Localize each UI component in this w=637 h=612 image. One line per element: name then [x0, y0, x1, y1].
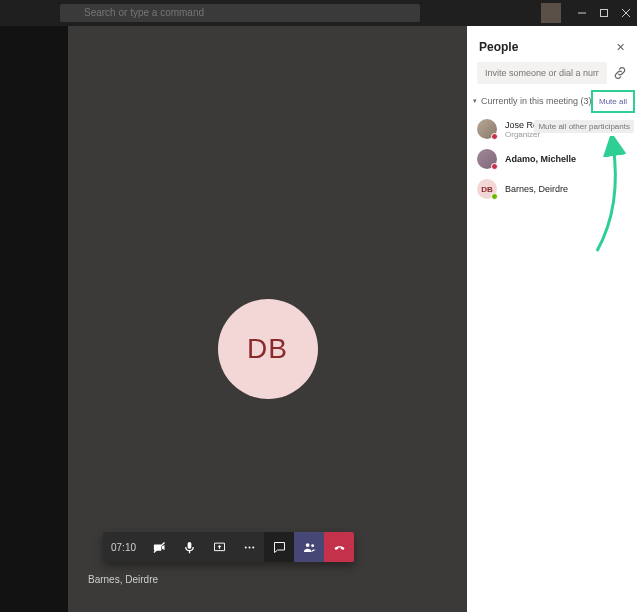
share-screen-button[interactable] [204, 532, 234, 562]
participant-item[interactable]: DBBarnes, Deirdre [467, 174, 637, 204]
stage-participant-name: Barnes, Deirdre [88, 574, 158, 585]
meeting-stage: DB 07:10 Barnes, [68, 26, 467, 612]
participant-info: Barnes, Deirdre [505, 184, 568, 194]
svg-point-6 [248, 546, 250, 548]
mic-toggle-button[interactable] [174, 532, 204, 562]
presence-indicator [491, 133, 498, 140]
camera-toggle-button[interactable] [144, 532, 174, 562]
app-rail [0, 26, 68, 612]
invite-input[interactable] [477, 62, 607, 84]
svg-point-8 [305, 543, 309, 547]
current-user-avatar[interactable] [541, 3, 561, 23]
participant-info: Adamo, Michelle [505, 154, 576, 164]
people-panel: People ✕ ▾ Currently in this meeting (3)… [467, 26, 637, 612]
hangup-button[interactable] [324, 532, 354, 562]
section-currently-in-meeting[interactable]: ▾ Currently in this meeting (3) Mute all [467, 92, 637, 110]
stage-avatar: DB [218, 299, 318, 399]
participant-avatar [477, 119, 497, 139]
chevron-down-icon: ▾ [473, 97, 477, 105]
presence-indicator [491, 163, 498, 170]
title-bar [0, 0, 637, 26]
participants-button[interactable] [294, 532, 324, 562]
search-input[interactable] [60, 4, 420, 22]
people-panel-title: People [479, 40, 518, 54]
participant-item[interactable]: Adamo, Michelle [467, 144, 637, 174]
call-timer: 07:10 [103, 532, 144, 562]
mute-all-tooltip: Mute all other participants [534, 120, 634, 133]
call-control-bar: 07:10 [103, 532, 354, 562]
participant-avatar: DB [477, 179, 497, 199]
participant-avatar [477, 149, 497, 169]
window-minimize-button[interactable] [571, 0, 593, 26]
participant-name: Barnes, Deirdre [505, 184, 568, 194]
participant-name: Adamo, Michelle [505, 154, 576, 164]
window-maximize-button[interactable] [593, 0, 615, 26]
svg-point-5 [244, 546, 246, 548]
svg-point-7 [252, 546, 254, 548]
window-close-button[interactable] [615, 0, 637, 26]
copy-link-icon[interactable] [613, 66, 627, 80]
chat-button[interactable] [264, 532, 294, 562]
mute-all-button[interactable]: Mute all [591, 90, 635, 113]
people-panel-close-button[interactable]: ✕ [616, 41, 625, 54]
more-actions-button[interactable] [234, 532, 264, 562]
svg-rect-1 [601, 10, 608, 17]
svg-point-9 [311, 544, 314, 547]
presence-indicator [491, 193, 498, 200]
